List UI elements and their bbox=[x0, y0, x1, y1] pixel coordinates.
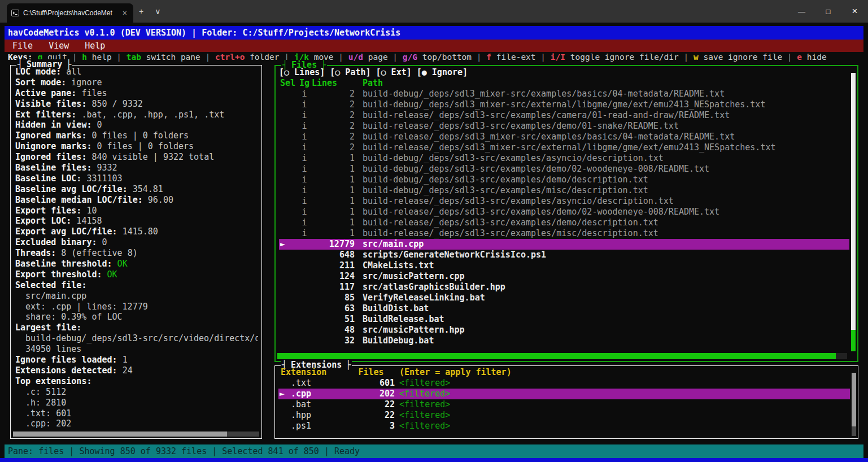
summary-line: build-debug/_deps/sdl3-src/src/video/dir… bbox=[15, 333, 258, 344]
ignore-marker: i bbox=[298, 207, 311, 217]
extension-row[interactable]: .bat22<filtered> bbox=[278, 399, 850, 410]
summary-value: 24 bbox=[117, 365, 133, 376]
menu-item-help[interactable]: Help bbox=[85, 40, 105, 52]
maximize-button[interactable]: □ bbox=[815, 0, 841, 23]
file-row[interactable]: i1build-release/_deps/sdl3-src/examples/… bbox=[279, 196, 849, 207]
key-hint-key: i/I bbox=[551, 53, 565, 62]
file-row[interactable]: i2build-release/_deps/sdl3-src/examples/… bbox=[279, 121, 849, 132]
summary-label: Export threshold: bbox=[15, 269, 102, 280]
file-row[interactable]: i1build-debug/_deps/sdl3-src/examples/mi… bbox=[279, 185, 849, 196]
window-controls: — □ × bbox=[788, 0, 868, 23]
summary-line: Export threshold: OK bbox=[15, 269, 258, 280]
file-row[interactable]: i2build-debug/_deps/sdl3_mixer-src/exter… bbox=[279, 99, 849, 110]
ignore-marker bbox=[298, 260, 311, 271]
key-separator: | bbox=[334, 53, 348, 62]
tab-dropdown-icon[interactable]: ∨ bbox=[149, 4, 166, 19]
status-text: Pane: files | Showing 850 of 9332 files … bbox=[8, 446, 360, 456]
filter-path[interactable]: [○ Path] bbox=[330, 67, 370, 77]
file-row[interactable]: 211CMakeLists.txt bbox=[279, 260, 849, 271]
file-path: build-debug/_deps/sdl3_mixer-src/example… bbox=[363, 89, 849, 99]
summary-label: Export avg LOC/file: bbox=[15, 226, 117, 237]
file-row[interactable]: i1build-debug/_deps/sdl3-src/examples/de… bbox=[279, 164, 849, 175]
close-button[interactable]: × bbox=[841, 0, 868, 23]
file-lines: 85 bbox=[311, 293, 355, 303]
extension-file-count: 22 bbox=[347, 399, 395, 410]
file-row[interactable]: i2build-release/_deps/sdl3-src/examples/… bbox=[279, 110, 849, 121]
file-row[interactable]: 32BuildDebug.bat bbox=[279, 335, 849, 346]
ignore-marker bbox=[298, 293, 311, 303]
file-row[interactable]: i2build-release/_deps/sdl3_mixer-src/ext… bbox=[279, 142, 849, 153]
extension-row[interactable]: .txt601<filtered> bbox=[278, 378, 850, 389]
terminal-tab[interactable]: C:\Stuff\Projects\havCodeMet × bbox=[7, 3, 133, 23]
scrollbar-thumb[interactable] bbox=[13, 432, 227, 437]
keys-bar-items: q quit | h help | tab switch pane | ctrl… bbox=[38, 53, 827, 62]
summary-label: Ignored marks: bbox=[15, 130, 86, 141]
summary-value: 840 visible | 9322 total bbox=[86, 152, 214, 162]
apply-filter-hint: (Enter = apply filter) bbox=[399, 367, 512, 378]
scrollbar-thumb[interactable] bbox=[852, 373, 856, 426]
extension-row[interactable]: ►.cpp202<filtered> bbox=[278, 389, 850, 399]
file-row[interactable]: i1build-debug/_deps/sdl3-src/examples/as… bbox=[279, 153, 849, 164]
summary-line: Extensions detected: 24 bbox=[15, 365, 258, 376]
summary-horizontal-scrollbar[interactable] bbox=[13, 432, 259, 437]
file-path: build-release/_deps/sdl3_mixer-src/examp… bbox=[363, 132, 849, 142]
file-row[interactable]: 117src/atlasGraphicsBuilder.hpp bbox=[279, 282, 849, 293]
key-hint-key: g/G bbox=[403, 53, 417, 62]
file-row[interactable]: i2build-debug/_deps/sdl3_mixer-src/examp… bbox=[279, 89, 849, 99]
summary-lines: LOC mode: allSort mode: ignoreActive pan… bbox=[15, 67, 258, 430]
extension-row[interactable]: .hpp22<filtered> bbox=[278, 410, 850, 421]
files-horizontal-scrollbar[interactable] bbox=[277, 353, 847, 359]
filter-ignore[interactable]: [● Ignore] bbox=[417, 67, 468, 77]
summary-value: 850 / 9332 bbox=[86, 99, 142, 109]
file-path: build-debug/_deps/sdl3-src/examples/asyn… bbox=[363, 153, 849, 164]
file-path: build-release/_deps/sdl3-src/examples/de… bbox=[363, 121, 849, 132]
key-hint-label: help bbox=[87, 53, 112, 62]
file-row[interactable]: 63BuildDist.bat bbox=[279, 303, 849, 314]
file-row[interactable]: 48src/musicPattern.hpp bbox=[279, 325, 849, 335]
summary-line: Baseline LOC: 3311103 bbox=[15, 173, 258, 184]
ignore-marker: i bbox=[298, 175, 311, 185]
tab-close-icon[interactable]: × bbox=[121, 8, 129, 18]
file-row[interactable]: i1build-release/_deps/sdl3-src/examples/… bbox=[279, 228, 849, 239]
file-row[interactable]: i1build-release/_deps/sdl3-src/examples/… bbox=[279, 217, 849, 228]
terminal-icon bbox=[11, 9, 19, 17]
selection-marker bbox=[278, 378, 291, 389]
filter-lines[interactable]: [○ Lines] bbox=[279, 67, 325, 77]
summary-value: share: 0.39% of LOC bbox=[25, 312, 123, 322]
file-row[interactable]: i1build-release/_deps/sdl3-src/examples/… bbox=[279, 207, 849, 217]
file-row[interactable]: i2build-release/_deps/sdl3_mixer-src/exa… bbox=[279, 132, 849, 142]
summary-value: 0 files | 0 folders bbox=[86, 130, 189, 141]
ignore-marker bbox=[298, 314, 311, 325]
scrollbar-thumb[interactable] bbox=[851, 330, 856, 351]
file-row[interactable]: ►12779src/main.cpp bbox=[279, 239, 849, 250]
minimize-button[interactable]: — bbox=[788, 0, 815, 23]
column-header-extension: Extension bbox=[278, 367, 347, 378]
column-header-files: Files bbox=[347, 367, 395, 378]
new-tab-button[interactable]: + bbox=[133, 4, 149, 19]
ignore-marker bbox=[298, 271, 311, 282]
menu-item-view[interactable]: View bbox=[49, 40, 69, 52]
selection-marker bbox=[279, 142, 298, 153]
column-header-sel: Sel bbox=[279, 78, 298, 89]
menu-item-file[interactable]: File bbox=[12, 40, 33, 52]
filter-ext[interactable]: [○ Ext] bbox=[376, 67, 412, 77]
extensions-vertical-scrollbar[interactable] bbox=[852, 373, 856, 436]
file-row[interactable]: 51BuildRelease.bat bbox=[279, 314, 849, 325]
summary-line: 34950 lines bbox=[15, 344, 258, 355]
file-row[interactable]: i1build-debug/_deps/sdl3-src/examples/de… bbox=[279, 175, 849, 185]
extension-row[interactable]: .ps13<filtered> bbox=[278, 421, 850, 432]
summary-value: 1 bbox=[117, 355, 128, 365]
files-vertical-scrollbar[interactable] bbox=[851, 73, 856, 351]
ignore-marker: i bbox=[298, 99, 311, 110]
selection-marker bbox=[279, 121, 298, 132]
key-hint-key: f bbox=[486, 53, 491, 62]
window-bottom-border bbox=[0, 458, 868, 462]
file-row[interactable]: 648scripts/GenerateNetworkCrisisIco.ps1 bbox=[279, 250, 849, 260]
file-row[interactable]: 124src/musicPattern.cpp bbox=[279, 271, 849, 282]
file-lines: 48 bbox=[311, 325, 355, 335]
key-separator: | bbox=[388, 53, 403, 62]
scrollbar-thumb[interactable] bbox=[277, 353, 836, 359]
summary-line: Hidden in view: 0 bbox=[15, 120, 258, 130]
key-hint-key: e bbox=[797, 53, 802, 62]
file-row[interactable]: 85VerifyReleaseLinking.bat bbox=[279, 293, 849, 303]
